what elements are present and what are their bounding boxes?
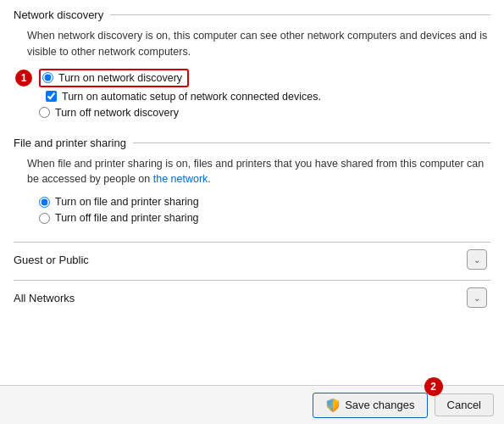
fps-description: When file and printer sharing is on, fil… [27,156,490,188]
turn-on-nd-radio[interactable] [42,72,53,83]
fps-title: File and printer sharing [14,137,133,149]
auto-setup-checkbox-option: Turn on automatic setup of network conne… [46,91,490,103]
content-area: Network discovery When network discovery… [0,0,504,385]
fps-header: File and printer sharing [14,137,490,149]
turn-off-fps-label[interactable]: Turn off file and printer sharing [55,212,199,224]
fps-body: When file and printer sharing is on, fil… [14,156,490,239]
guest-public-title: Guest or Public [14,254,89,266]
all-networks-title: All Networks [14,292,75,304]
turn-on-nd-label[interactable]: Turn on network discovery [58,72,182,84]
main-container: Network discovery When network discovery… [0,0,504,424]
file-printer-sharing-section: File and printer sharing When file and p… [14,137,490,239]
network-discovery-header: Network discovery [14,8,490,21]
turn-off-nd-option: Turn off network discovery [27,107,490,119]
save-label: Save changes [345,399,414,411]
fps-desc-text1: When file and printer sharing is on, fil… [27,158,484,186]
shield-icon [325,398,341,413]
annotation-2-circle: 2 [424,377,443,396]
save-button[interactable]: Save changes [313,393,427,418]
network-discovery-body: When network discovery is on, this compu… [14,28,490,133]
turn-off-nd-label[interactable]: Turn off network discovery [55,107,179,119]
fps-divider [133,142,490,143]
all-networks-chevron[interactable]: ⌄ [467,287,487,308]
turn-off-fps-radio[interactable] [39,213,50,224]
save-btn-wrapper: 2 Save changes [313,393,427,418]
all-networks-section: All Networks ⌄ [14,280,490,315]
guest-public-header[interactable]: Guest or Public ⌄ [14,243,490,276]
guest-public-chevron[interactable]: ⌄ [467,249,487,270]
turn-off-nd-radio[interactable] [39,107,50,118]
annotation-1-circle: 1 [15,70,32,86]
bottom-bar: 2 Save changes [0,385,504,424]
turn-on-fps-radio[interactable] [39,197,50,208]
network-discovery-title: Network discovery [14,8,110,21]
auto-setup-checkbox[interactable] [46,91,57,102]
network-discovery-divider [110,14,490,15]
cancel-button[interactable]: Cancel [435,393,494,416]
turn-on-fps-option: Turn on file and printer sharing [27,196,490,208]
turn-on-nd-highlighted: Turn on network discovery [39,69,189,87]
turn-off-fps-option: Turn off file and printer sharing [27,212,490,224]
turn-on-nd-option: 1 Turn on network discovery [27,69,490,87]
turn-on-fps-label[interactable]: Turn on file and printer sharing [55,196,199,208]
guest-public-section: Guest or Public ⌄ [14,242,490,276]
fps-desc-text2: . [208,173,210,185]
all-networks-header[interactable]: All Networks ⌄ [14,281,490,315]
auto-setup-label[interactable]: Turn on automatic setup of network conne… [62,91,321,103]
network-discovery-description: When network discovery is on, this compu… [27,28,490,60]
network-discovery-section: Network discovery When network discovery… [14,8,490,133]
fps-desc-link: the network [153,173,208,185]
